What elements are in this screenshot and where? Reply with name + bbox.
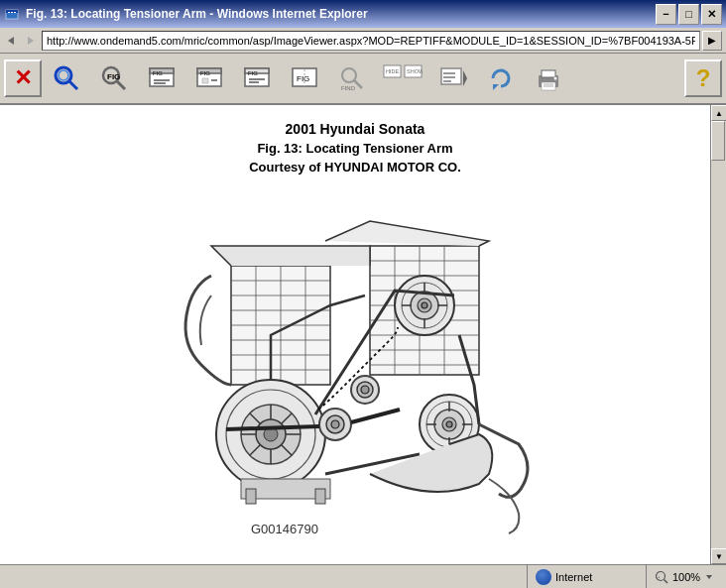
svg-text:FIG: FIG xyxy=(153,70,163,76)
search-blue-button[interactable] xyxy=(44,56,89,101)
address-bar: ▶ xyxy=(0,28,726,54)
svg-marker-39 xyxy=(463,70,467,86)
svg-point-31 xyxy=(342,68,356,82)
svg-rect-21 xyxy=(202,78,208,83)
title-bar: Fig. 13: Locating Tensioner Arm - Window… xyxy=(0,0,726,28)
svg-line-9 xyxy=(69,81,77,89)
status-bar: Internet + 100% xyxy=(0,564,726,588)
car-title: 2001 Hyundai Sonata xyxy=(20,121,690,137)
fig4-button[interactable]: FIG xyxy=(282,56,327,101)
svg-text:FIG: FIG xyxy=(248,70,258,76)
content-wrapper: 2001 Hyundai Sonata Fig. 13: Locating Te… xyxy=(0,105,726,564)
svg-text:G00146790: G00146790 xyxy=(251,522,318,536)
svg-text:+: + xyxy=(658,574,661,579)
status-zone: Internet xyxy=(528,565,647,588)
minimize-button[interactable]: − xyxy=(656,4,676,25)
svg-marker-117 xyxy=(706,575,712,579)
svg-line-32 xyxy=(354,80,362,88)
print-button[interactable] xyxy=(526,56,571,101)
svg-rect-38 xyxy=(441,68,461,84)
status-message xyxy=(0,565,528,588)
engine-diagram: G00146790 xyxy=(20,186,690,543)
scroll-up-button[interactable]: ▲ xyxy=(711,105,726,121)
maximize-button[interactable]: □ xyxy=(678,4,699,25)
window-icon xyxy=(4,6,20,22)
svg-text:SHOW: SHOW xyxy=(407,68,423,74)
address-input[interactable] xyxy=(42,31,700,51)
fig1-button[interactable]: FIG xyxy=(139,56,184,101)
svg-rect-106 xyxy=(315,489,325,504)
status-zoom: + 100% xyxy=(647,570,726,584)
go-button[interactable]: ▶ xyxy=(702,31,722,51)
svg-point-112 xyxy=(331,420,339,428)
svg-rect-45 xyxy=(542,70,555,77)
svg-rect-3 xyxy=(11,12,13,13)
forward-icon xyxy=(22,33,38,49)
content-area: 2001 Hyundai Sonata Fig. 13: Locating Te… xyxy=(0,105,710,564)
window-title: Fig. 13: Locating Tensioner Arm - Window… xyxy=(26,7,656,21)
stop-button[interactable]: ✕ xyxy=(4,59,42,97)
svg-point-109 xyxy=(361,386,369,394)
svg-point-99 xyxy=(446,421,452,427)
scroll-down-button[interactable]: ▼ xyxy=(711,548,726,564)
refresh-button[interactable] xyxy=(478,56,524,101)
zoom-icon: + xyxy=(655,570,668,584)
svg-marker-6 xyxy=(28,37,34,45)
svg-line-11 xyxy=(117,81,125,89)
fig-title: Fig. 13: Locating Tensioner Arm xyxy=(20,141,690,156)
svg-marker-5 xyxy=(8,37,14,45)
svg-rect-2 xyxy=(8,12,10,13)
window-controls[interactable]: − □ ✕ xyxy=(656,4,722,25)
page-content: 2001 Hyundai Sonata Fig. 13: Locating Te… xyxy=(0,105,710,559)
back-icon xyxy=(4,33,20,49)
svg-text:FIG: FIG xyxy=(297,74,309,83)
find-button[interactable]: FIND xyxy=(329,56,375,101)
scrollbar[interactable]: ▲ ▼ xyxy=(710,105,726,564)
svg-text:FIG: FIG xyxy=(107,72,120,81)
svg-text:FIND: FIND xyxy=(341,85,356,91)
svg-text:HIDE: HIDE xyxy=(386,68,399,74)
close-button[interactable]: ✕ xyxy=(701,4,722,25)
help-button[interactable]: ? xyxy=(684,59,722,97)
svg-point-49 xyxy=(554,77,557,80)
svg-point-8 xyxy=(59,70,68,80)
courtesy-text: Courtesy of HYUNDAI MOTOR CO. xyxy=(20,160,690,175)
svg-rect-4 xyxy=(14,12,16,13)
hide-show-button[interactable]: HIDE SHOW xyxy=(377,56,428,101)
svg-line-115 xyxy=(665,579,668,583)
svg-point-90 xyxy=(422,302,427,308)
zoom-dropdown-icon[interactable] xyxy=(704,572,714,582)
svg-marker-43 xyxy=(493,84,499,90)
svg-rect-105 xyxy=(246,489,256,504)
svg-text:FIG: FIG xyxy=(200,70,210,76)
scroll-thumb[interactable] xyxy=(711,121,725,161)
prev-button[interactable] xyxy=(430,56,476,101)
globe-icon xyxy=(536,569,551,585)
fig2-button[interactable]: FIG xyxy=(186,56,232,101)
scroll-track[interactable] xyxy=(711,121,726,548)
fig3-button[interactable]: FIG xyxy=(234,56,280,101)
search-button[interactable]: FIG xyxy=(91,56,137,101)
toolbar: ✕ FIG FIG FIG xyxy=(0,54,726,105)
